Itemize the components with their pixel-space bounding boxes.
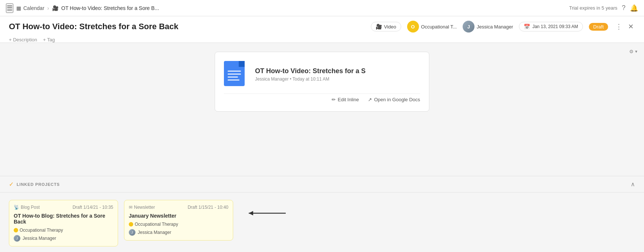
open-google-docs-button[interactable]: ↗ Open in Google Docs [368, 97, 420, 102]
breadcrumb-separator: › [47, 5, 49, 11]
linked-projects-header: ✓ LINKED PROJECTS ∧ [0, 176, 644, 193]
manager-avatar: J [463, 21, 474, 33]
project-type-2: ✉ Newsletter [129, 205, 155, 210]
header-actions: ⋮ ✕ [614, 21, 635, 32]
linked-title-row: ✓ LINKED PROJECTS [9, 181, 60, 188]
project-assignee-name-1: Jessica Manager [23, 236, 56, 241]
edit-icon: ✏ [332, 97, 336, 102]
project-type-label-1: Blog Post [21, 205, 40, 210]
project-assignee-1: J Jessica Manager [14, 235, 113, 242]
doc-meta: Jessica Manager • Today at 10:11 AM [255, 76, 420, 82]
breadcrumb-video-icon: 🎥 [52, 5, 58, 11]
google-docs-icon [224, 61, 248, 88]
nav-left: ☰ ▦ Calendar › 🎥 OT How-to Video: Stretc… [6, 3, 159, 13]
content-panel: ⚙ ▼ [0, 43, 644, 176]
nav-right: Trial expires in 5 years ? 🔔 [569, 4, 638, 12]
project-assignee-avatar-1: J [14, 235, 20, 242]
linked-cards-container: 📡 Blog Post Draft 1/14/21 - 10:35 OT How… [9, 200, 635, 246]
linked-projects-section: ✓ LINKED PROJECTS ∧ 📡 Blog Post Draft 1/… [0, 176, 644, 252]
notification-bell-icon[interactable]: 🔔 [630, 4, 638, 12]
top-nav: ☰ ▦ Calendar › 🎥 OT How-to Video: Stretc… [0, 0, 644, 16]
project-card-header-1: 📡 Blog Post Draft 1/14/21 - 10:35 [14, 205, 113, 210]
svg-marker-7 [249, 211, 253, 215]
gear-chevron-icon: ▼ [634, 50, 638, 54]
add-tag-link[interactable]: + Tag [43, 37, 55, 42]
project-tag-2: Occupational Therapy [129, 222, 228, 227]
calendar-label: Calendar [23, 5, 44, 11]
assignee-pill[interactable]: O Occupational T... [407, 21, 457, 33]
date-pill[interactable]: 📅 Jan 13, 2021 09:33 AM [519, 22, 583, 31]
svg-rect-2 [228, 71, 241, 72]
gear-icon: ⚙ [629, 49, 634, 54]
manager-name: Jessica Manager [477, 24, 513, 30]
menu-icon[interactable]: ☰ [6, 3, 13, 13]
add-description-link[interactable]: + Description [9, 37, 37, 42]
project-assignee-avatar-2: J [129, 229, 135, 236]
collapse-section-button[interactable]: ∧ [631, 181, 635, 188]
project-dot-1 [14, 228, 18, 232]
doc-info: OT How-to Video: Stretches for a S Jessi… [255, 67, 420, 82]
date-text: Jan 13, 2021 09:33 AM [532, 24, 578, 29]
linked-check-icon: ✓ [9, 181, 14, 188]
link-project-section: 🔗 Link A Project [9, 246, 635, 252]
project-assignee-2: J Jessica Manager [129, 229, 228, 236]
edit-inline-button[interactable]: ✏ Edit Inline [332, 97, 359, 102]
open-external-icon: ↗ [368, 97, 372, 102]
video-label: Video [384, 24, 396, 30]
project-tag-label-1: Occupational Therapy [20, 228, 63, 233]
calendar-icon: 📅 [524, 24, 530, 30]
project-dot-2 [129, 222, 133, 227]
edit-inline-label: Edit Inline [338, 97, 359, 102]
video-type-pill[interactable]: 🎥 Video [371, 22, 401, 31]
assignee-avatar: O [407, 21, 419, 33]
page-header-top: OT How-to Video: Stretches for a Sore Ba… [9, 21, 635, 35]
close-icon[interactable]: ✕ [627, 21, 635, 32]
assignee-initial: O [411, 24, 415, 30]
project-draft-date-2: Draft 1/15/21 - 10:40 [188, 205, 228, 210]
svg-rect-3 [228, 74, 241, 75]
svg-rect-5 [228, 79, 239, 81]
newsletter-icon: ✉ [129, 205, 133, 210]
manager-pill[interactable]: J Jessica Manager [463, 21, 513, 33]
calendar-nav-item[interactable]: ▦ Calendar [16, 5, 44, 11]
svg-rect-4 [228, 76, 238, 78]
project-title-2: January Newsletter [129, 213, 228, 219]
main-content: ⚙ ▼ [0, 43, 644, 252]
project-tag-label-2: Occupational Therapy [135, 222, 178, 227]
project-card-header-2: ✉ Newsletter Draft 1/15/21 - 10:40 [129, 205, 228, 210]
gear-settings-button[interactable]: ⚙ ▼ [629, 49, 638, 54]
breadcrumb-current: OT How-to Video: Stretches for a Sore B.… [61, 5, 159, 11]
linked-content: 📡 Blog Post Draft 1/14/21 - 10:35 OT How… [0, 193, 644, 252]
page-header-meta: 🎥 Video O Occupational T... J Jessica Ma… [371, 21, 635, 33]
project-card-newsletter[interactable]: ✉ Newsletter Draft 1/15/21 - 10:40 Janua… [124, 200, 233, 241]
assignee-name: Occupational T... [421, 24, 457, 30]
page-header: OT How-to Video: Stretches for a Sore Ba… [0, 16, 644, 43]
project-tag-1: Occupational Therapy [14, 228, 113, 233]
page-title: OT How-to Video: Stretches for a Sore Ba… [9, 22, 178, 31]
project-assignee-name-2: Jessica Manager [138, 230, 171, 235]
project-type-1: 📡 Blog Post [14, 205, 40, 210]
help-icon[interactable]: ? [622, 4, 625, 12]
doc-actions: ✏ Edit Inline ↗ Open in Google Docs [224, 93, 420, 102]
page-header-sub: + Description + Tag [9, 35, 635, 42]
project-type-label-2: Newsletter [134, 205, 155, 210]
draft-badge[interactable]: Draft [589, 23, 608, 31]
more-options-icon[interactable]: ⋮ [614, 21, 624, 32]
project-draft-date-1: Draft 1/14/21 - 10:35 [73, 205, 113, 210]
blog-post-icon: 📡 [14, 205, 19, 210]
doc-title: OT How-to Video: Stretches for a S [255, 67, 420, 75]
open-google-docs-label: Open in Google Docs [374, 97, 420, 102]
trial-text: Trial expires in 5 years [569, 5, 617, 11]
calendar-grid-icon: ▦ [16, 5, 21, 11]
project-card-blog-post[interactable]: 📡 Blog Post Draft 1/14/21 - 10:35 OT How… [9, 200, 118, 246]
document-card: OT How-to Video: Stretches for a S Jessi… [215, 52, 429, 112]
arrow-annotation [245, 206, 289, 221]
svg-rect-1 [239, 61, 245, 67]
doc-card-body: OT How-to Video: Stretches for a S Jessi… [224, 61, 420, 88]
manager-avatar-inner: J [463, 21, 474, 33]
linked-projects-title: LINKED PROJECTS [17, 182, 60, 187]
video-icon: 🎥 [376, 24, 382, 30]
project-title-1: OT How-to Blog: Stretches for a Sore Bac… [14, 213, 113, 225]
